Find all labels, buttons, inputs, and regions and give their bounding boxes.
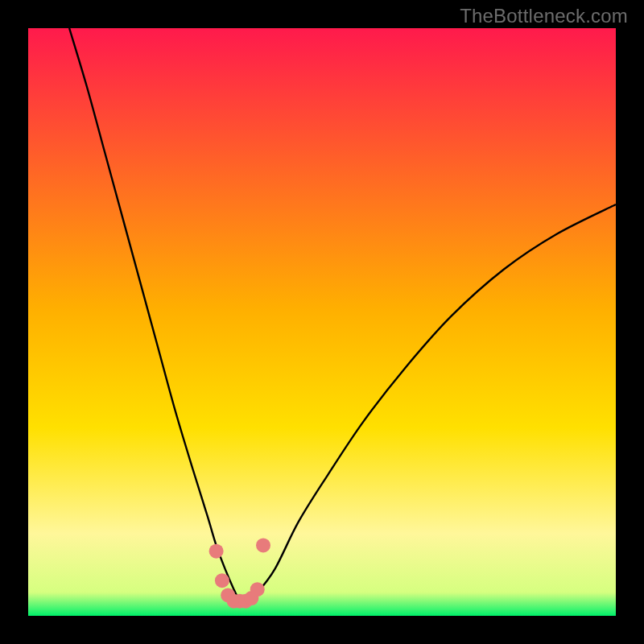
valley-marker bbox=[256, 538, 270, 552]
plot-area bbox=[28, 28, 616, 616]
watermark-text: TheBottleneck.com bbox=[460, 5, 628, 27]
chart-svg bbox=[28, 28, 616, 616]
valley-marker bbox=[250, 582, 265, 597]
chart-frame: TheBottleneck.com bbox=[0, 0, 644, 644]
valley-marker bbox=[215, 573, 229, 588]
gradient-background bbox=[28, 28, 616, 616]
valley-marker bbox=[209, 544, 224, 559]
